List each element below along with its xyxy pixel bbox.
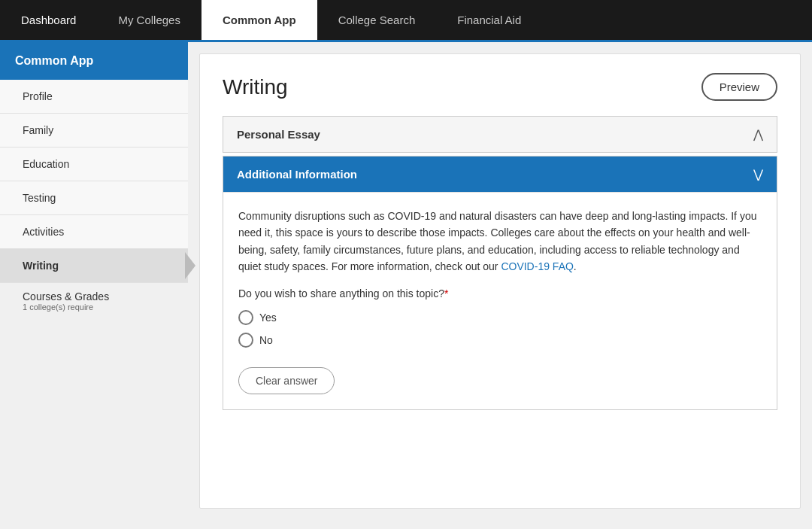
sidebar-item-courses-grades[interactable]: Courses & Grades 1 college(s) require bbox=[0, 283, 188, 319]
radio-yes[interactable]: Yes bbox=[238, 310, 762, 325]
courses-grades-note: 1 college(s) require bbox=[23, 303, 173, 312]
sidebar-item-writing[interactable]: Writing bbox=[0, 249, 188, 283]
sidebar-item-activities[interactable]: Activities bbox=[0, 215, 188, 249]
radio-no[interactable]: No bbox=[238, 333, 762, 348]
sidebar-item-family[interactable]: Family bbox=[0, 114, 188, 147]
personal-essay-chevron-up-icon: ⋀ bbox=[753, 127, 763, 141]
tab-financial-aid[interactable]: Financial Aid bbox=[436, 0, 542, 40]
additional-info-accordion-header[interactable]: Additional Information ⋁ bbox=[223, 157, 777, 192]
personal-essay-accordion: Personal Essay ⋀ bbox=[223, 116, 777, 153]
preview-button[interactable]: Preview bbox=[701, 73, 777, 101]
radio-no-circle bbox=[238, 333, 253, 348]
sidebar: Common App Profile Family Education Test… bbox=[0, 42, 188, 520]
content-area: Writing Preview Personal Essay ⋀ Additio… bbox=[199, 53, 801, 509]
top-nav: Dashboard My Colleges Common App College… bbox=[0, 0, 812, 42]
tab-common-app[interactable]: Common App bbox=[201, 0, 317, 40]
tab-college-search[interactable]: College Search bbox=[317, 0, 437, 40]
radio-yes-label: Yes bbox=[259, 312, 277, 324]
question-label: Do you wish to share anything on this to… bbox=[238, 287, 762, 299]
tab-my-colleges[interactable]: My Colleges bbox=[97, 0, 201, 40]
radio-no-label: No bbox=[259, 334, 273, 346]
main-layout: Common App Profile Family Education Test… bbox=[0, 42, 812, 520]
sidebar-header: Common App bbox=[0, 42, 188, 80]
additional-info-title: Additional Information bbox=[237, 168, 357, 181]
courses-grades-label: Courses & Grades bbox=[23, 290, 173, 303]
personal-essay-accordion-header[interactable]: Personal Essay ⋀ bbox=[223, 117, 777, 152]
page-title-row: Writing Preview bbox=[223, 73, 777, 101]
sidebar-item-education[interactable]: Education bbox=[0, 147, 188, 181]
additional-info-accordion: Additional Information ⋁ Community disru… bbox=[223, 156, 777, 410]
clear-answer-button[interactable]: Clear answer bbox=[238, 367, 335, 394]
sidebar-item-profile[interactable]: Profile bbox=[0, 80, 188, 114]
additional-info-paragraph: Community disruptions such as COVID-19 a… bbox=[238, 208, 762, 275]
required-marker: * bbox=[444, 287, 448, 299]
personal-essay-title: Personal Essay bbox=[237, 128, 320, 141]
additional-info-chevron-down-icon: ⋁ bbox=[753, 167, 763, 181]
tab-dashboard[interactable]: Dashboard bbox=[0, 0, 97, 40]
additional-info-body: Community disruptions such as COVID-19 a… bbox=[223, 192, 777, 409]
sidebar-item-testing[interactable]: Testing bbox=[0, 181, 188, 215]
page-title: Writing bbox=[223, 75, 288, 99]
covid-faq-link[interactable]: COVID-19 FAQ bbox=[501, 260, 573, 272]
radio-yes-circle bbox=[238, 310, 253, 325]
